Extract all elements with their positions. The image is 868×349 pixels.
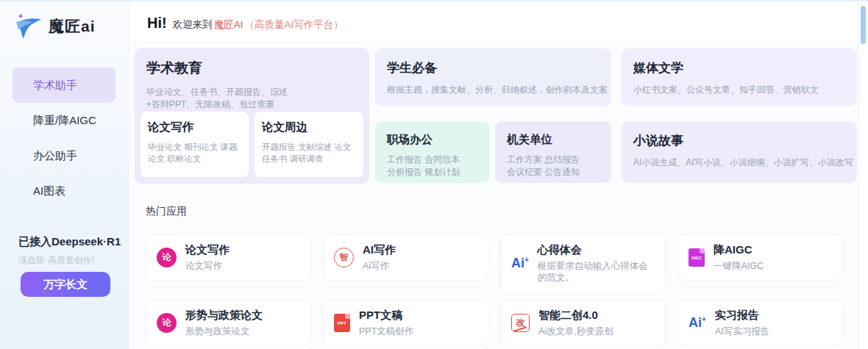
zhi-stamp-icon: 智 — [334, 248, 354, 267]
category-card-gov[interactable]: 机关单位 工作方案 总结报告 会议纪要 公告通知 — [495, 121, 611, 183]
deepseek-promo-subtitle: 满血版·高质量创作! — [18, 254, 121, 267]
app-card-desc: Ai改文章,秒变原创 — [538, 325, 655, 337]
ai-plus-icon: Ai+ — [689, 315, 706, 331]
deepseek-promo-title: 已接入Deepseek·R1 — [18, 235, 121, 249]
app-card-title: 心得体会 — [538, 243, 655, 257]
category-desc-line1: 毕业论文、任务书、开题报告、综述 — [146, 86, 357, 98]
sidebar-nav: 学术助手 降重/降AIGC 办公助手 AI图表 — [13, 68, 115, 209]
lun-badge-icon: 论 — [157, 248, 177, 267]
category-title: 学术教育 — [146, 59, 357, 78]
app-card-title: PPT文稿 — [359, 309, 477, 323]
app-card-desc: Ai写作 — [363, 260, 477, 272]
category-desc: 小红书文案、公众号文章、知乎回答、营销软文 — [633, 84, 845, 96]
sidebar-item-office-assistant[interactable]: 办公助手 — [13, 138, 115, 173]
subcard-title: 论文周边 — [262, 120, 356, 135]
greeting-tagline: （高质量AI写作平台） — [244, 18, 343, 32]
app-card-title: 论文写作 — [185, 243, 300, 257]
brand-logo[interactable]: 魔匠ai — [15, 13, 96, 40]
subcard-desc: 毕业论文 期刊论文 课题论文 职称论文 — [148, 141, 241, 165]
category-title: 学生必备 — [387, 60, 600, 76]
category-card-novel[interactable]: 小说故事 AI小说生成、AI写小说、小说细纲、小说扩写、小说改写 — [622, 121, 857, 183]
app-card-title: 降AIGC — [714, 243, 832, 257]
subcard-paper-around[interactable]: 论文周边 开题报告 文献综述 论文任务书 调研调查 — [255, 112, 363, 177]
sidebar-item-reduce-aigc[interactable]: 降重/降AIGC — [13, 103, 115, 138]
swallow-logo-icon — [15, 13, 43, 40]
category-card-media[interactable]: 媒体文学 小红书文案、公众号文章、知乎回答、营销软文 — [622, 48, 857, 106]
category-desc-line2: 会议纪要 公告通知 — [507, 166, 600, 179]
category-card-academic[interactable]: 学术教育 毕业论文、任务书、开题报告、综述 +答辩PPT、无限改稿、包过查重 论… — [135, 48, 369, 184]
ai-plus-icon: Ai+ — [511, 256, 529, 271]
app-card-desc: 一键降AIGC — [714, 260, 832, 272]
app-card-ppt-draft[interactable]: PPT PPT文稿 PPT文稿创作 — [323, 300, 488, 346]
greeting-welcome: 欢迎来到 — [173, 18, 213, 32]
lun-badge-icon: 论 — [157, 313, 177, 333]
subcard-desc: 开题报告 文献综述 论文任务书 调研调查 — [262, 141, 356, 165]
greeting-brand: 魔匠AI — [214, 18, 243, 32]
app-card-desc: 论文写作 — [185, 260, 300, 272]
app-card-reflections[interactable]: Ai+ 心得体会 根据要求自动输入心得体会的范文。 — [500, 234, 666, 292]
category-desc-line2: +答辩PPT、无限改稿、包过查重 — [146, 98, 357, 111]
app-card-title: AI写作 — [363, 243, 477, 257]
sidebar-item-academic-assistant[interactable]: 学术助手 — [13, 68, 115, 103]
category-desc-line1: 工作报告 合同范本 — [387, 154, 478, 166]
category-card-student[interactable]: 学生必备 根据主题，搜集文献、分析、归纳叙述，创作剧本及文案 — [375, 48, 611, 106]
deepseek-promo: 已接入Deepseek·R1 满血版·高质量创作! — [18, 235, 121, 267]
app-card-paper-writing[interactable]: 论 论文写作 论文写作 — [146, 234, 311, 281]
app-card-title: 形势与政策论文 — [185, 309, 300, 323]
subcard-title: 论文写作 — [148, 120, 241, 135]
sidebar-item-ai-charts[interactable]: AI图表 — [13, 173, 115, 209]
app-card-desc: PPT文稿创作 — [359, 325, 477, 337]
scrollbar-track[interactable] — [858, 1, 868, 349]
category-desc: AI小说生成、AI写小说、小说细纲、小说扩写、小说改写 — [633, 156, 845, 169]
app-card-policy-paper[interactable]: 论 形势与政策论文 形势与政策论文 — [146, 300, 311, 346]
app-card-desc: AI写实习报告 — [715, 325, 832, 337]
aigc-file-icon: AIGC — [689, 248, 705, 267]
app-card-internship-report[interactable]: Ai+ 实习报告 AI写实习报告 — [677, 300, 843, 346]
category-title: 媒体文学 — [633, 60, 845, 76]
app-card-smart-rewrite[interactable]: 改 智能二创4.0 Ai改文章,秒变原创 — [500, 300, 666, 346]
hot-apps-section-title: 热门应用 — [146, 205, 187, 218]
app-card-desc: 形势与政策论文 — [185, 325, 300, 337]
category-card-office[interactable]: 职场办公 工作报告 合同范本 分析报告 规划计划 — [375, 121, 490, 183]
app-card-desc: 根据要求自动输入心得体会的范文。 — [538, 260, 655, 284]
ppt-file-icon: PPT — [334, 314, 350, 332]
gai-rewrite-icon: 改 — [511, 314, 530, 332]
welcome-banner: Hi! 欢迎来到 魔匠AI （高质量AI写作平台） — [147, 15, 344, 32]
scrollbar-thumb[interactable] — [861, 6, 866, 44]
category-title: 职场办公 — [387, 132, 478, 148]
subcard-paper-writing[interactable]: 论文写作 毕业论文 期刊论文 课题论文 职称论文 — [140, 112, 249, 177]
category-desc-line1: 工作方案 总结报告 — [507, 154, 600, 166]
brand-name: 魔匠ai — [49, 16, 96, 37]
category-title: 机关单位 — [507, 132, 600, 148]
category-title: 小说故事 — [633, 132, 845, 149]
app-card-ai-writing[interactable]: 智 AI写作 Ai写作 — [323, 234, 488, 281]
sidebar: 魔匠ai 学术助手 降重/降AIGC 办公助手 AI图表 已接入Deepseek… — [0, 1, 129, 349]
long-article-button[interactable]: 万字长文 — [21, 272, 110, 297]
category-desc: 根据主题，搜集文献、分析、归纳叙述，创作剧本及文案 — [387, 84, 600, 96]
app-window: 魔匠ai 学术助手 降重/降AIGC 办公助手 AI图表 已接入Deepseek… — [0, 0, 868, 349]
main-header: Hi! 欢迎来到 魔匠AI （高质量AI写作平台） — [129, 1, 858, 43]
app-card-reduce-aigc[interactable]: AIGC 降AIGC 一键降AIGC — [677, 234, 843, 281]
app-card-title: 智能二创4.0 — [538, 309, 655, 323]
app-card-title: 实习报告 — [715, 309, 832, 323]
greeting-hi: Hi! — [147, 15, 167, 32]
category-desc-line2: 分析报告 规划计划 — [387, 166, 478, 179]
